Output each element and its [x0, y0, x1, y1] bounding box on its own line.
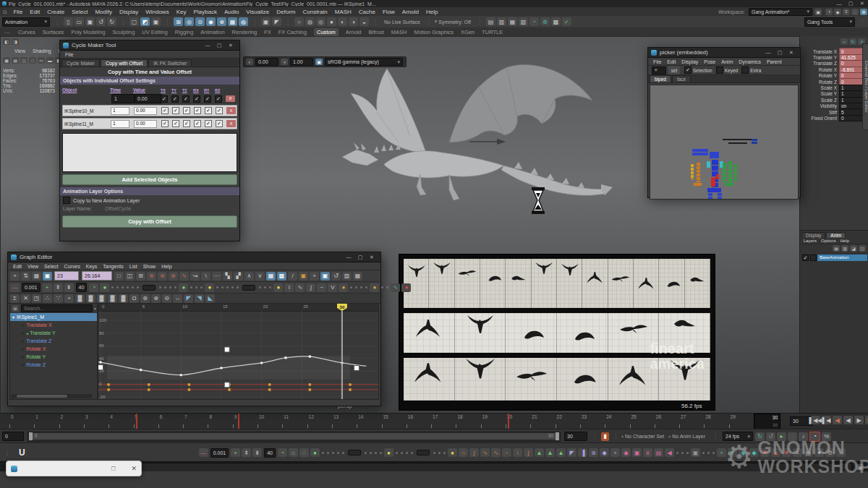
ge-menu-help[interactable]: Help	[161, 264, 171, 269]
picker-menu-display[interactable]: Display	[681, 59, 698, 64]
toolbar-icon[interactable]: ▲	[545, 448, 555, 457]
toolbar-icon[interactable]: ◑	[349, 17, 358, 26]
timeline-frame-label[interactable]: 24	[606, 414, 611, 419]
toolbar-icon[interactable]: ▤	[804, 448, 813, 457]
timeline-frame-label[interactable]: 17	[433, 414, 438, 419]
shelf-tab-surfaces[interactable]: Surfaces	[43, 29, 64, 35]
mini-slider[interactable]	[242, 285, 255, 291]
toolbar-icon[interactable]: ◆	[749, 448, 759, 457]
remove-row-button[interactable]: X	[226, 107, 236, 114]
toolbar-icon[interactable]: 8	[643, 448, 652, 457]
menu-key[interactable]: Key	[176, 9, 187, 15]
stat-frame-field[interactable]: 23	[54, 271, 79, 281]
toolbar-icon[interactable]: ⊚	[540, 17, 550, 26]
toolbar-icon[interactable]: ▣	[43, 272, 52, 281]
toolbar-icon[interactable]: ∿	[491, 448, 501, 457]
toolbar-icon[interactable]: ●	[339, 283, 348, 292]
toolbar-icon[interactable]: ▢	[129, 17, 139, 26]
toolbar-icon[interactable]: ∴	[43, 294, 52, 303]
toolbar-icon[interactable]: —	[199, 448, 208, 457]
picker-button[interactable]	[707, 161, 710, 168]
shelf-tab-sculpting[interactable]: Sculpting	[112, 29, 135, 35]
toolbar-icon[interactable]: ●	[384, 448, 393, 457]
toolbar-icon[interactable]: ∿	[295, 283, 305, 292]
menu-file[interactable]: File	[65, 52, 73, 57]
time-field[interactable]: 1	[111, 120, 129, 128]
picker-button[interactable]	[708, 193, 712, 200]
toolbar-icon[interactable]: ʃ	[469, 448, 479, 457]
toolbar-icon[interactable]: ●	[448, 448, 457, 457]
menu-mash[interactable]: MASH	[335, 9, 352, 15]
toolbar-icon[interactable]: +	[310, 272, 319, 281]
toolbar-icon[interactable]: ▲	[556, 448, 566, 457]
current-frame-block[interactable]: 3030	[754, 414, 780, 429]
toolbar-field[interactable]: 0.001	[22, 283, 41, 292]
ge-menu-keys[interactable]: Keys	[86, 264, 98, 269]
maximize-button[interactable]: ▢	[845, 1, 856, 7]
timeline-frame-label[interactable]: 22	[557, 414, 562, 419]
toolbar-icon[interactable]: ⊕	[217, 17, 226, 26]
mini-slider[interactable]	[142, 285, 156, 291]
toolbar-icon[interactable]: ↻	[849, 38, 856, 45]
picker-button[interactable]	[716, 174, 719, 179]
toolbar-icon[interactable]: ●	[100, 283, 109, 292]
layer-menu-layers[interactable]: Layers	[804, 239, 817, 243]
toolbar-icon[interactable]: ▓	[97, 294, 106, 303]
close-button[interactable]: ✕	[786, 50, 797, 56]
toolbar-icon[interactable]: ▲	[771, 448, 780, 457]
toolbar-icon[interactable]: ◩	[140, 17, 150, 26]
toolbar-icon[interactable]: ◍	[305, 17, 315, 26]
toolbar-icon[interactable]: ▼	[782, 448, 791, 457]
menu-windows[interactable]: Windows	[145, 9, 169, 15]
toolbar-icon[interactable]: ↻	[107, 17, 116, 26]
viewport-layout-tabs[interactable]: ◧◨	[2, 38, 20, 45]
default-axis-checkbox[interactable]: ✓	[193, 95, 200, 103]
anim-layer-name[interactable]: BaseAnimation	[817, 254, 867, 261]
timeline-frame-label[interactable]: 12	[309, 414, 314, 419]
toolbar-icon[interactable]: ⚑	[760, 448, 770, 457]
timeline-frame-label[interactable]: 18	[457, 414, 462, 419]
search-input[interactable]: Search...	[21, 304, 93, 312]
toolbar-icon[interactable]: ◪	[850, 245, 857, 252]
timeline-frame-label[interactable]: 25	[631, 414, 637, 419]
toolbar-icon[interactable]: ◈	[739, 448, 748, 457]
menu-set-dropdown[interactable]: Animation▾	[2, 17, 50, 27]
shelf-tab-motion-graphics[interactable]: Motion Graphics	[414, 29, 454, 35]
menu-select[interactable]: Select	[72, 9, 88, 15]
toolbar-field[interactable]: 40	[76, 283, 88, 292]
toolbar-icon[interactable]: ▤	[12, 57, 19, 64]
picker-canvas[interactable]	[650, 85, 799, 200]
picker-checkbox-selection[interactable]: ✓Selection	[684, 67, 712, 74]
picker-button[interactable]	[723, 139, 753, 140]
menu-help[interactable]: Help	[426, 9, 438, 15]
toolbar-icon[interactable]: ⊞	[136, 272, 145, 281]
toolbar-icon[interactable]: ⊛	[140, 294, 150, 303]
playback-button[interactable]: ▌◀	[822, 416, 831, 424]
menu-display[interactable]: Display	[119, 9, 138, 15]
panel-menu-view[interactable]: View	[14, 48, 25, 53]
maximize-button[interactable]: ▢	[213, 43, 225, 48]
picker-menu-anim[interactable]: Anim	[721, 59, 733, 64]
shelf-tab-custom[interactable]: Custom	[314, 28, 339, 36]
toolbar-icon[interactable]: ▦	[228, 17, 237, 26]
toolbar-icon[interactable]: ▦	[32, 272, 41, 281]
toolbar-icon[interactable]: ▚	[223, 272, 232, 281]
toolbar-icon[interactable]: ▥	[342, 272, 352, 281]
checkbox[interactable]	[741, 67, 749, 74]
picker-button[interactable]	[707, 188, 721, 192]
toolbar-icon[interactable]: □	[114, 272, 124, 281]
timeline-frame-label[interactable]: 16	[408, 414, 413, 419]
ge-menu-view[interactable]: View	[27, 264, 38, 269]
toolbar-icon[interactable]: ◑	[825, 9, 833, 15]
workspace-dropdown[interactable]: Gang Animation*▾	[749, 8, 812, 16]
toolbar-icon[interactable]: ⚙	[860, 9, 867, 15]
mini-slider[interactable]	[348, 450, 361, 455]
toolbar-icon[interactable]: ●	[370, 283, 379, 292]
toolbar-icon[interactable]: ◫	[20, 57, 27, 64]
script-editor-icon[interactable]: ▤	[856, 464, 864, 471]
ge-tree-item[interactable]: ▪Rotate Y	[10, 353, 97, 361]
toolbar-icon[interactable]: □	[29, 57, 36, 64]
close-button[interactable]: ✕	[225, 43, 237, 48]
menu-modify[interactable]: Modify	[95, 9, 112, 15]
toolbar-icon[interactable]: ●	[205, 283, 214, 292]
